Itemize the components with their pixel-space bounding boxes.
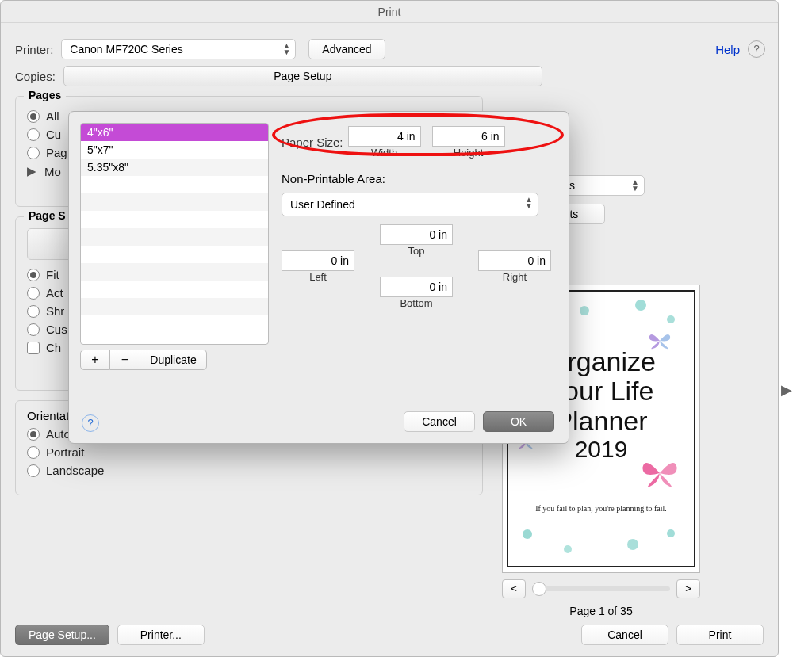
page-sizing-title: Page S xyxy=(24,209,71,222)
help-link[interactable]: Help xyxy=(715,43,740,56)
width-field[interactable] xyxy=(348,126,421,147)
orientation-portrait-radio[interactable]: Portrait xyxy=(27,445,471,459)
print-button[interactable]: Print xyxy=(676,625,764,645)
window-title: Print xyxy=(1,1,778,23)
dialog-help-icon[interactable]: ? xyxy=(82,414,99,432)
paper-size-label: Paper Size: xyxy=(282,136,343,149)
printer-button[interactable]: Printer... xyxy=(117,625,205,645)
printer-select[interactable]: Canon MF720C Series ▲▼ xyxy=(61,39,296,59)
page-setup-button[interactable]: Page Setup... xyxy=(15,625,109,645)
paper-size-list[interactable]: 4"x6" 5"x7" 5.35"x8" xyxy=(80,123,269,345)
advanced-button[interactable]: Advanced xyxy=(308,39,385,59)
chevron-right-icon: ▶ xyxy=(27,164,36,178)
printer-value: Canon MF720C Series xyxy=(70,43,182,55)
remove-size-button[interactable]: − xyxy=(110,350,140,370)
margin-bottom-label: Bottom xyxy=(380,297,453,309)
help-icon[interactable]: ? xyxy=(748,40,765,58)
updown-icon: ▲▼ xyxy=(525,197,533,209)
dialog-ok-button[interactable]: OK xyxy=(483,411,554,432)
dialog-cancel-button[interactable]: Cancel xyxy=(404,411,475,432)
chevron-right-icon[interactable]: ▶ xyxy=(781,381,792,399)
margin-right-field[interactable] xyxy=(478,250,551,271)
updown-icon: ▲▼ xyxy=(282,43,290,55)
margin-left-label: Left xyxy=(282,271,354,283)
orientation-landscape-radio[interactable]: Landscape xyxy=(27,464,471,477)
page-setup-segment[interactable]: Page Setup xyxy=(63,66,542,86)
margin-top-field[interactable] xyxy=(380,224,453,245)
copies-label: Copies: xyxy=(15,70,56,83)
page-indicator: Page 1 of 35 xyxy=(502,605,700,617)
height-field[interactable] xyxy=(432,126,505,147)
duplicate-size-button[interactable]: Duplicate xyxy=(140,350,207,370)
non-printable-label: Non-Printable Area: xyxy=(282,172,385,185)
margin-left-field[interactable] xyxy=(282,250,354,271)
preview-slider[interactable] xyxy=(532,586,670,591)
non-printable-select[interactable]: User Defined ▲▼ xyxy=(282,193,538,216)
list-item[interactable]: 4"x6" xyxy=(81,124,268,141)
preview-prev-button[interactable]: < xyxy=(502,579,526,598)
width-label: Width xyxy=(371,147,397,159)
list-item[interactable]: 5"x7" xyxy=(81,141,268,159)
preview-next-button[interactable]: > xyxy=(676,579,700,598)
page-setup-dialog: 4"x6" 5"x7" 5.35"x8" + − Duplicate Paper… xyxy=(68,111,569,444)
add-size-button[interactable]: + xyxy=(80,350,110,370)
preview-tagline: If you fail to plan, you're planning to … xyxy=(513,504,689,513)
cancel-button[interactable]: Cancel xyxy=(581,625,668,645)
updown-icon: ▲▼ xyxy=(631,179,639,192)
printer-label: Printer: xyxy=(15,43,53,56)
size-tab[interactable] xyxy=(27,228,75,260)
margin-top-label: Top xyxy=(380,245,453,257)
height-label: Height xyxy=(454,147,484,159)
margin-bottom-field[interactable] xyxy=(380,277,453,297)
pages-group-title: Pages xyxy=(24,89,66,101)
margin-right-label: Right xyxy=(478,271,551,283)
list-item[interactable]: 5.35"x8" xyxy=(81,159,268,176)
